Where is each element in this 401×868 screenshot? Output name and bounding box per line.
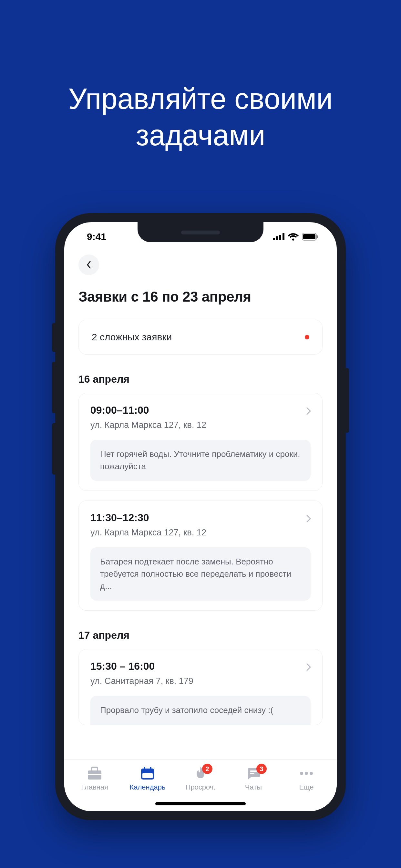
tab-label: Просроч. [186,783,216,792]
tab-chats[interactable]: 3 Чаты [229,766,278,792]
badge: 2 [202,764,212,774]
app-header: Заявки с 16 по 23 апреля [64,251,337,305]
chevron-left-icon [86,260,92,269]
briefcase-icon [87,766,102,781]
task-time: 09:00–11:00 [90,404,311,416]
status-icons [273,233,319,241]
tab-label: Календарь [129,783,165,792]
task-card[interactable]: 11:30–12:30 ул. Карла Маркса 127, кв. 12… [79,500,322,611]
page-title: Заявки с 16 по 23 апреля [79,289,322,305]
svg-rect-2 [279,235,281,240]
svg-rect-1 [276,237,278,240]
svg-rect-15 [250,771,257,772]
svg-rect-8 [92,767,97,771]
svg-rect-16 [250,773,254,774]
task-address: ул. Карла Маркса 127, кв. 12 [90,528,311,538]
svg-point-18 [305,772,308,775]
tab-label: Чаты [245,783,262,792]
task-description: Нет горячей воды. Уточните проблематику … [90,440,311,481]
home-indicator[interactable] [155,802,246,805]
wifi-icon [288,233,299,241]
status-time: 9:41 [87,231,106,242]
task-description: Прорвало трубу и затопило соседей снизу … [90,696,311,725]
chevron-right-icon [306,663,311,673]
task-card[interactable]: 09:00–11:00 ул. Карла Маркса 127, кв. 12… [79,393,322,491]
cellular-icon [273,233,284,240]
svg-rect-0 [273,238,275,240]
tab-overdue[interactable]: 2 Просроч. [176,766,225,792]
tab-home[interactable]: Главная [70,766,119,792]
task-address: ул. Карла Маркса 127, кв. 12 [90,420,311,430]
phone-frame: 9:41 Заявки с 16 по 23 апреля 2 сложных … [55,213,346,820]
svg-point-17 [300,772,303,775]
fire-icon: 2 [194,766,207,781]
task-description: Батарея подтекает после замены. Вероятно… [90,547,311,600]
promo-line2: задачами [135,119,265,151]
tab-more[interactable]: Еще [282,766,331,792]
chevron-right-icon [306,407,311,416]
day-heading: 16 апреля [79,373,322,385]
svg-rect-12 [143,773,153,778]
back-button[interactable] [79,254,99,275]
svg-rect-9 [88,774,101,775]
task-time: 15:30 – 16:00 [90,660,311,672]
phone-notch [137,222,264,242]
day-heading: 17 апреля [79,629,322,641]
svg-rect-5 [303,234,315,239]
calendar-icon [140,766,155,781]
chevron-right-icon [306,515,311,524]
tab-calendar[interactable]: Календарь [123,766,172,792]
more-icon [299,766,313,781]
task-time: 11:30–12:30 [90,512,311,524]
chat-icon: 3 [246,766,261,781]
svg-point-19 [310,772,313,775]
badge: 3 [256,764,267,774]
tab-label: Еще [299,783,314,792]
svg-rect-14 [150,767,151,770]
phone-screen: 9:41 Заявки с 16 по 23 апреля 2 сложных … [64,222,337,811]
task-address: ул. Санитарная 7, кв. 179 [90,676,311,686]
task-card[interactable]: 15:30 – 16:00 ул. Санитарная 7, кв. 179 … [79,649,322,725]
svg-rect-3 [282,233,284,240]
svg-rect-6 [317,236,318,238]
tab-label: Главная [81,783,108,792]
battery-icon [302,233,319,241]
svg-rect-11 [141,769,154,772]
promo-headline: Управляйте своими задачами [0,0,401,153]
alert-dot-icon [305,335,309,339]
alert-label: 2 сложных заявки [92,332,172,343]
promo-line1: Управляйте своими [68,83,333,115]
svg-rect-13 [144,767,145,770]
content-scroll[interactable]: 2 сложных заявки 16 апреля 09:00–11:00 у… [64,305,337,760]
complex-requests-alert[interactable]: 2 сложных заявки [79,320,322,354]
